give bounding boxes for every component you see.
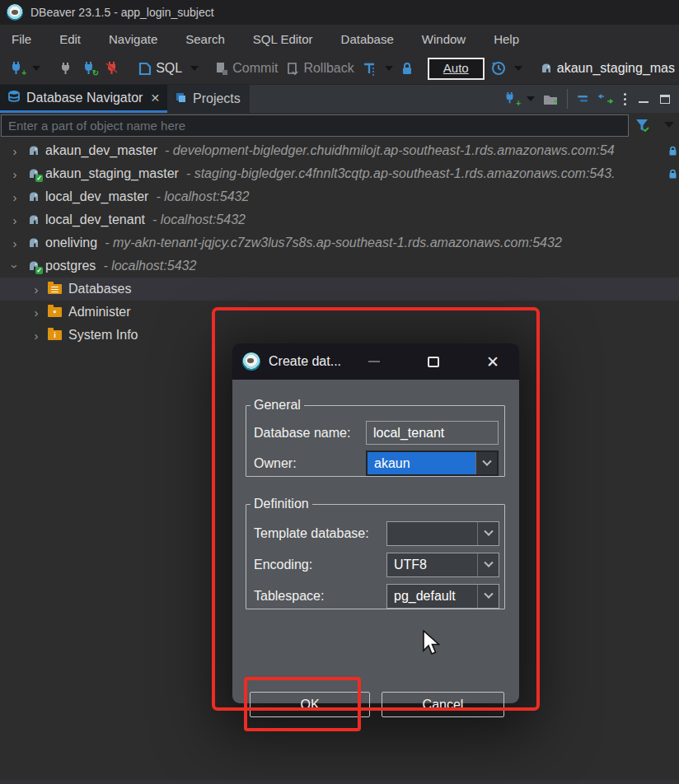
tab-projects[interactable]: Projects [167,85,250,113]
dialog-minimize-button[interactable] [358,343,391,380]
menu-search[interactable]: Search [182,32,228,46]
chevron-right-icon[interactable]: › [31,329,41,343]
mouse-cursor [422,630,440,660]
disconnect-plug-icon [105,61,119,76]
rollback-button[interactable]: Rollback [283,56,356,81]
tree-item-local-dev-tenant[interactable]: › local_dev_tenant - localhost:5432 [0,208,679,231]
chevron-expanded-icon[interactable]: › [8,261,22,271]
menu-bar: File Edit Navigate Search SQL Editor Dat… [0,25,679,53]
new-folder-button[interactable] [543,93,558,105]
tree-item-administer[interactable]: › ⚬ Administer [0,301,679,324]
collapse-all-button[interactable] [577,94,590,104]
history-dropdown-arrow[interactable] [514,66,522,71]
lock-button[interactable] [399,56,415,81]
transaction-icon [363,62,377,76]
connection-name: oneliving [45,236,97,250]
postgres-elephant-connected-icon: ✓ [26,167,41,180]
template-database-combo[interactable] [386,521,499,546]
new-sql-editor-button[interactable]: SQL [135,56,185,81]
menu-edit[interactable]: Edit [56,32,84,46]
chevron-right-icon[interactable]: › [10,236,20,250]
tablespace-combo[interactable]: pg_default [386,584,499,609]
owner-combo[interactable]: akaun [366,450,499,476]
link-with-editor-button[interactable] [598,94,613,105]
chevron-right-icon[interactable]: › [10,190,20,204]
tree-item-local-dev-master[interactable]: › local_dev_master - localhost:5432 [0,185,679,208]
active-connection-selector[interactable]: akaun_staging_mas [536,56,677,81]
filter-settings-button[interactable] [635,117,651,137]
tree-item-akaun-staging-master[interactable]: › ✓ akaun_staging_master - staging-bigle… [0,162,679,185]
view-menu-kebab-icon[interactable] [624,93,626,105]
connection-name: akaun_staging_master [45,166,179,181]
disconnect-button[interactable] [102,56,122,81]
menu-sql-editor[interactable]: SQL Editor [250,32,316,46]
chevron-right-icon[interactable]: › [31,306,41,320]
dialog-title: Create dat... [269,354,341,369]
commit-button[interactable]: Commit [213,56,280,81]
transaction-log-button[interactable] [489,56,508,81]
template-database-value [387,522,477,545]
window-title: DBeaver 23.1.5 - app_login_subject [30,6,214,19]
postgres-elephant-icon [539,62,554,75]
chevron-right-icon[interactable]: › [10,167,20,181]
create-database-dialog: Create dat... ✕ General Database name: O… [232,343,519,703]
tree-item-postgres[interactable]: › ✓ postgres - localhost:5432 [0,254,679,278]
filter-dropdown-arrow[interactable] [664,122,674,128]
tab-close-icon[interactable]: ✕ [150,91,160,105]
owner-combo-arrow[interactable] [475,452,497,474]
dbeaver-window: DBeaver 23.1.5 - app_login_subject File … [0,0,679,784]
tab-database-navigator-label: Database Navigator [26,91,143,105]
menu-window[interactable]: Window [419,32,469,46]
owner-label: Owner: [254,456,297,471]
lock-icon [401,62,413,76]
tree-item-akaun-dev-master[interactable]: › akaun_dev_master - development-bigledg… [0,139,679,162]
plus-badge-icon: + [516,100,521,108]
tree-item-databases[interactable]: › Databases [0,278,679,301]
window-titlebar: DBeaver 23.1.5 - app_login_subject [0,0,679,25]
projects-icon [175,91,187,107]
refresh-badge-icon: ↻ [92,69,99,77]
chevron-right-icon[interactable]: › [10,144,20,158]
cancel-button[interactable]: Cancel [382,692,504,717]
menu-database[interactable]: Database [338,32,397,46]
menu-navigate[interactable]: Navigate [105,32,161,46]
new-connection-button[interactable]: + [7,56,26,81]
ok-button[interactable]: OK [250,692,370,717]
new-connection-mini-button[interactable]: + [503,91,518,106]
object-filter-input[interactable] [1,114,629,137]
tablespace-combo-arrow[interactable] [477,585,499,608]
sql-dropdown-arrow[interactable] [190,66,199,71]
reconnect-button[interactable]: ↻ [79,56,99,81]
template-combo-arrow[interactable] [477,522,499,545]
database-name-input[interactable] [366,421,499,445]
dialog-close-button[interactable]: ✕ [476,343,509,380]
chevron-right-icon[interactable]: › [31,282,41,296]
connection-host: - localhost:5432 [103,259,196,273]
databases-folder-icon [48,284,62,294]
encoding-combo[interactable]: UTF8 [386,553,499,577]
encoding-value: UTF8 [387,553,477,576]
menu-file[interactable]: File [8,32,35,46]
tab-database-navigator[interactable]: Database Navigator ✕ [0,85,167,113]
new-connection-mini-dropdown[interactable] [527,96,535,101]
dialog-maximize-button[interactable] [417,343,450,380]
new-connection-dropdown-arrow[interactable] [32,66,40,71]
minimize-view-icon[interactable] [639,100,649,103]
transaction-dropdown-arrow[interactable] [385,66,393,71]
connect-button[interactable] [56,56,76,81]
auto-commit-toggle[interactable]: Auto [428,58,485,80]
maximize-view-icon[interactable] [660,95,670,104]
transaction-mode-button[interactable] [360,56,379,81]
dbeaver-logo-icon [7,4,23,21]
active-connection-label: akaun_staging_mas [557,61,675,76]
encoding-combo-arrow[interactable] [477,553,499,576]
chevron-down-icon [484,527,493,536]
status-strip [0,780,679,784]
connected-check-badge: ✓ [35,267,43,274]
maximize-icon [428,357,439,367]
chevron-right-icon[interactable]: › [10,213,20,227]
view-tabbar: Database Navigator ✕ Projects + [0,85,679,113]
database-name-label: Database name: [254,426,350,441]
tree-item-oneliving[interactable]: › oneliving - my-akn-tenant-jqjcy.c7zw3l… [0,231,679,254]
menu-help[interactable]: Help [490,32,522,46]
